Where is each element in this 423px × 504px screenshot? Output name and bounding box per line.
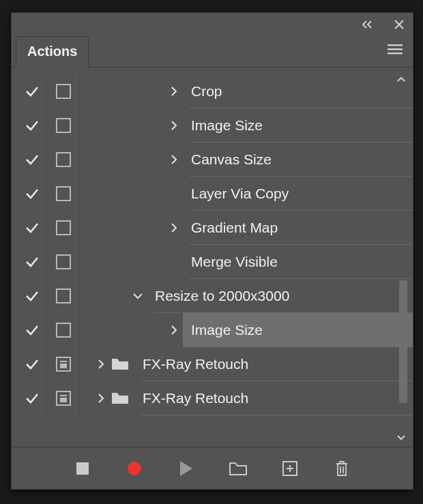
folder-icon <box>110 357 130 371</box>
action-label-text: Canvas Size <box>190 143 413 177</box>
action-label-text: FX-Ray Retouch <box>141 381 413 415</box>
collapse-icon[interactable] <box>362 20 379 29</box>
chevron-right-icon[interactable] <box>92 358 110 370</box>
action-label-text: Merge Visible <box>190 245 413 279</box>
dialog-off-icon <box>56 186 71 201</box>
dialog-toggle-column[interactable] <box>47 177 80 211</box>
dialog-toggle-column[interactable] <box>47 74 80 108</box>
chevron-right-icon[interactable] <box>165 153 183 166</box>
action-label-text: Gradient Map <box>190 211 413 245</box>
action-label-text: Layer Via Copy <box>190 177 413 211</box>
checkmark-icon <box>25 391 40 406</box>
chevron-right-icon[interactable] <box>165 85 183 98</box>
new-set-button[interactable] <box>228 458 248 479</box>
toggle-column[interactable] <box>17 313 47 347</box>
action-row[interactable]: Gradient Map <box>12 211 413 245</box>
action-row[interactable]: Crop <box>12 74 413 108</box>
toggle-column[interactable] <box>17 381 47 415</box>
panel-menu-icon[interactable] <box>387 43 403 55</box>
chevron-down-icon[interactable] <box>129 292 147 300</box>
dialog-toggle-column[interactable] <box>47 245 80 279</box>
chevron-right-icon[interactable] <box>165 119 183 132</box>
action-label-text: FX-Ray Retouch <box>141 347 413 381</box>
action-row[interactable]: Image Size <box>12 108 413 143</box>
dialog-toggle-column[interactable] <box>47 143 80 177</box>
stop-button[interactable] <box>72 458 93 479</box>
dialog-off-icon <box>56 84 71 99</box>
toggle-column[interactable] <box>17 74 47 108</box>
folder-icon <box>110 391 130 405</box>
chevron-right-icon[interactable] <box>165 324 183 336</box>
dialog-off-icon <box>56 220 71 235</box>
checkmark-icon <box>25 118 40 133</box>
play-icon <box>180 461 192 476</box>
close-icon[interactable] <box>394 19 405 30</box>
dialog-off-icon <box>56 152 71 167</box>
record-button[interactable] <box>124 458 145 479</box>
tab-actions[interactable]: Actions <box>16 36 89 68</box>
action-row[interactable]: Canvas Size <box>12 143 413 177</box>
dialog-toggle-column[interactable] <box>47 211 80 245</box>
action-row[interactable]: Resize to 2000x3000 <box>12 279 413 313</box>
scrollbar[interactable] <box>396 76 410 441</box>
checkmark-icon <box>25 357 40 372</box>
actions-panel: Actions CropImage SizeCanvas SizeLayer V… <box>11 12 413 490</box>
tab-label: Actions <box>27 44 77 59</box>
folder-icon <box>229 461 247 476</box>
dialog-toggle-column[interactable] <box>47 313 80 347</box>
panel-tabbar: Actions <box>12 36 413 68</box>
action-row[interactable]: FX-Ray Retouch <box>12 347 413 381</box>
action-label-text: Image Size <box>190 313 413 347</box>
toggle-column[interactable] <box>17 279 47 313</box>
dialog-toggle-column[interactable] <box>47 108 80 143</box>
scroll-down-icon[interactable] <box>396 434 410 441</box>
svg-rect-1 <box>388 48 403 50</box>
checkmark-icon <box>25 152 40 167</box>
dialog-off-icon <box>56 118 71 133</box>
delete-button[interactable] <box>332 458 352 479</box>
action-row[interactable]: FX-Ray Retouch <box>12 381 413 415</box>
dialog-on-icon <box>56 357 71 372</box>
stop-icon <box>76 462 89 475</box>
scroll-thumb[interactable] <box>399 280 407 403</box>
action-label: Crop <box>183 74 413 108</box>
actions-list: CropImage SizeCanvas SizeLayer Via CopyG… <box>12 68 413 447</box>
dialog-toggle-column[interactable] <box>47 347 80 381</box>
chevron-right-icon[interactable] <box>92 392 110 404</box>
chevron-right-icon[interactable] <box>165 222 183 234</box>
action-label: Resize to 2000x3000 <box>147 279 413 313</box>
trash-icon <box>334 460 349 477</box>
checkmark-icon <box>25 220 40 235</box>
toggle-column[interactable] <box>17 245 47 279</box>
actions-footer <box>12 447 413 489</box>
panel-titlebar <box>12 13 413 36</box>
dialog-toggle-column[interactable] <box>47 279 80 313</box>
action-label-text: Resize to 2000x3000 <box>154 279 413 313</box>
svg-rect-0 <box>388 44 403 46</box>
toggle-column[interactable] <box>17 143 47 177</box>
toggle-column[interactable] <box>17 347 47 381</box>
dialog-off-icon <box>56 288 71 303</box>
action-label-text: Crop <box>190 74 413 108</box>
toggle-column[interactable] <box>17 211 47 245</box>
new-icon <box>282 460 298 477</box>
toggle-column[interactable] <box>17 177 47 211</box>
scroll-up-icon[interactable] <box>396 76 410 83</box>
action-row[interactable]: Layer Via Copy <box>12 177 413 211</box>
checkmark-icon <box>25 288 40 303</box>
action-label: Gradient Map <box>183 211 413 245</box>
action-row[interactable]: Merge Visible <box>12 245 413 279</box>
new-action-button[interactable] <box>280 458 300 479</box>
checkmark-icon <box>25 323 40 338</box>
action-label: Layer Via Copy <box>183 177 413 211</box>
play-button[interactable] <box>176 458 196 479</box>
action-row[interactable]: Image Size <box>12 313 413 347</box>
record-icon <box>128 462 141 475</box>
toggle-column[interactable] <box>17 108 47 143</box>
action-label-text: Image Size <box>190 108 413 143</box>
action-label: Image Size <box>183 108 413 143</box>
action-label: Image Size <box>183 313 413 347</box>
dialog-off-icon <box>56 323 71 338</box>
dialog-toggle-column[interactable] <box>47 381 80 415</box>
dialog-off-icon <box>56 254 71 269</box>
